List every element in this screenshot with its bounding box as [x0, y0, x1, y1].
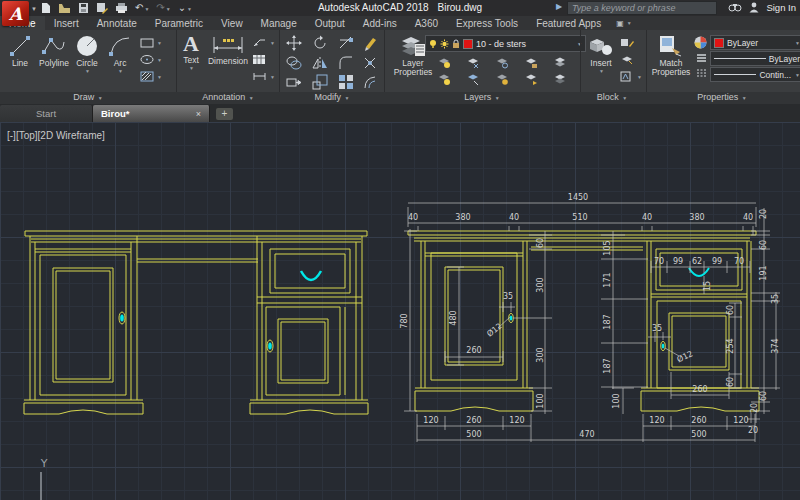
tab-insert[interactable]: Insert — [45, 16, 88, 30]
layer-on-bulb-icon[interactable] — [429, 39, 437, 49]
panel-label-strip: Draw ▼ Annotation ▼ Modify ▼ Layers ▼ Bl… — [0, 92, 800, 104]
layer-lock-tool-icon[interactable] — [525, 56, 538, 69]
search-go-icon[interactable]: ▶ — [556, 2, 562, 11]
close-tab-icon[interactable]: × — [196, 109, 201, 119]
dimension-style-button[interactable]: ▼ — [252, 71, 275, 82]
linetype-dropdown-arrow-icon[interactable]: ▼ — [795, 72, 800, 78]
text-dropdown-icon[interactable]: ▼ — [189, 66, 194, 72]
move-icon[interactable] — [286, 35, 302, 51]
leader-button[interactable]: ▼ — [252, 37, 275, 48]
rotate-icon[interactable] — [312, 35, 328, 51]
new-file-icon[interactable] — [40, 2, 51, 14]
insert-dropdown-icon[interactable]: ▼ — [599, 69, 604, 75]
plot-icon[interactable] — [115, 2, 128, 14]
text-button[interactable]: A Text ▼ — [178, 33, 204, 72]
undo-icon[interactable]: ↶▼ — [135, 2, 149, 15]
layer-lock-icon[interactable] — [452, 39, 460, 49]
scale-icon[interactable] — [312, 74, 328, 90]
ribbon-display-toggle-icon[interactable]: ▣ ▼ — [616, 16, 632, 30]
create-block-button[interactable] — [620, 54, 634, 65]
match-properties-button[interactable]: Match Properties — [650, 34, 692, 78]
mirror-icon[interactable] — [312, 55, 328, 71]
dim-label: 260 — [466, 346, 481, 355]
dim-label: 120 — [509, 416, 524, 425]
new-tab-button[interactable]: + — [216, 108, 233, 120]
search-input[interactable]: Type a keyword or phrase — [567, 1, 717, 15]
arc-button[interactable]: Arc ▼ — [106, 34, 134, 75]
ellipse-button[interactable]: ▼ — [140, 54, 162, 65]
layers-panel-label[interactable]: Layers ▼ — [464, 92, 499, 102]
arc-dropdown-icon[interactable]: ▼ — [118, 69, 123, 75]
rectangle-button[interactable]: ▼ — [140, 37, 162, 48]
dimension-button[interactable]: Dimension — [205, 34, 251, 66]
annotation-panel-label[interactable]: Annotation ▼ — [202, 92, 254, 102]
tab-express-tools[interactable]: Express Tools — [447, 16, 527, 30]
layer-select-dropdown[interactable]: 10 - de sters ▼ — [425, 35, 586, 52]
line-button[interactable]: Line — [6, 34, 34, 68]
layer-previous-tool-icon[interactable] — [438, 73, 451, 86]
tab-output[interactable]: Output — [306, 16, 354, 30]
file-tab-bar: Start Birou* × + — [0, 104, 800, 122]
explode-icon[interactable] — [362, 55, 378, 71]
app-menu-button[interactable]: A — [2, 1, 29, 26]
file-tab-start[interactable]: Start — [0, 105, 93, 122]
layer-copy-objects-tool-icon[interactable] — [525, 73, 538, 86]
tab-a360[interactable]: A360 — [406, 16, 447, 30]
trim-icon[interactable] — [338, 35, 354, 51]
tab-featured-apps[interactable]: Featured Apps — [527, 16, 610, 30]
dim-label: 254 — [726, 338, 735, 353]
lineweight-dropdown[interactable]: ByLayer — [710, 51, 800, 66]
tab-manage[interactable]: Manage — [252, 16, 306, 30]
copy-icon[interactable] — [286, 55, 302, 71]
object-color-dropdown[interactable]: ByLayer ▼ — [710, 35, 800, 50]
edit-block-icon — [620, 37, 634, 48]
save-as-icon[interactable] — [96, 2, 108, 14]
app-menu-arrow-icon[interactable]: ▼ — [31, 6, 37, 12]
tab-parametric[interactable]: Parametric — [146, 16, 212, 30]
redo-icon[interactable]: ↷▼ — [156, 2, 170, 15]
circle-icon — [75, 34, 99, 58]
file-tab-birou[interactable]: Birou* × — [93, 105, 210, 122]
layer-freeze-tool-icon[interactable] — [496, 56, 509, 69]
dim-label: 260 — [691, 416, 706, 425]
offset-icon[interactable] — [362, 74, 378, 90]
sign-in-button[interactable]: Sign In — [766, 2, 796, 13]
exchange-apps-icon[interactable] — [728, 2, 742, 13]
stretch-icon[interactable] — [286, 74, 302, 90]
fillet-icon[interactable] — [338, 55, 354, 71]
tab-view[interactable]: View — [212, 16, 252, 30]
block-panel-label[interactable]: Block ▼ — [597, 92, 627, 102]
erase-icon[interactable] — [362, 35, 378, 51]
linetype-dropdown[interactable]: Contin... ▼ — [710, 67, 800, 82]
drawing-canvas[interactable]: [-] [Top] [2D Wireframe] — [0, 122, 800, 500]
edit-block-button[interactable] — [620, 37, 634, 48]
table-button[interactable] — [252, 54, 266, 65]
properties-panel-label[interactable]: Properties ▼ — [697, 92, 747, 102]
autocad-window: A ▼ ↶▼ ↷▼ ⌄▼ Autodesk AutoCAD 2018 Birou… — [0, 0, 800, 500]
circle-button[interactable]: Circle ▼ — [72, 34, 102, 75]
polyline-button[interactable]: Polyline — [36, 34, 72, 68]
layer-match-tool-icon[interactable] — [554, 56, 567, 69]
layer-walk-tool-icon[interactable] — [467, 73, 480, 86]
layer-off-tool-icon[interactable] — [438, 56, 451, 69]
modify-panel-label[interactable]: Modify ▼ — [315, 92, 350, 102]
color-dropdown-arrow-icon[interactable]: ▼ — [795, 40, 800, 46]
dim-label: Ø12 — [675, 348, 694, 364]
draw-panel-label[interactable]: Draw ▼ — [73, 92, 102, 102]
layer-isolate-tool-icon[interactable] — [467, 56, 480, 69]
tab-annotate[interactable]: Annotate — [88, 16, 146, 30]
open-folder-icon[interactable] — [58, 2, 71, 14]
layer-merge-tool-icon[interactable] — [496, 73, 509, 86]
insert-block-button[interactable]: Insert ▼ — [584, 34, 618, 75]
dimension-icon — [211, 34, 245, 56]
block-attributes-button[interactable]: ▼ — [620, 71, 642, 82]
save-icon[interactable] — [78, 2, 89, 14]
qat-customize-icon[interactable]: ⌄▼ — [178, 2, 192, 15]
layer-freeze-sun-icon[interactable] — [440, 39, 449, 49]
hatch-button[interactable]: ▼ — [140, 71, 162, 82]
tab-addins[interactable]: Add-ins — [354, 16, 406, 30]
array-icon[interactable] — [338, 74, 354, 90]
circle-dropdown-icon[interactable]: ▼ — [85, 69, 90, 75]
title-bar: A ▼ ↶▼ ↷▼ ⌄▼ Autodesk AutoCAD 2018 Birou… — [0, 0, 800, 16]
layer-states-tool-icon[interactable] — [554, 73, 567, 86]
